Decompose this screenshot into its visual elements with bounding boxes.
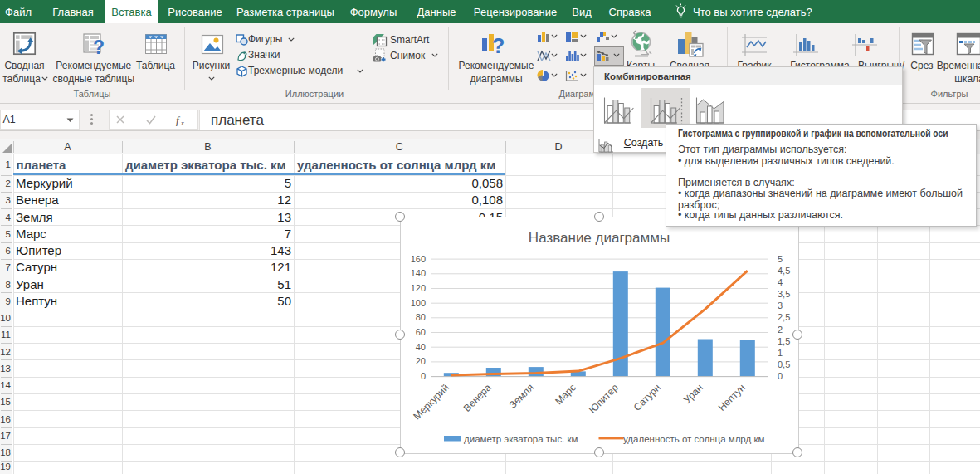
svg-text:40: 40: [416, 342, 426, 352]
svg-text:Нептун: Нептун: [716, 382, 748, 413]
svg-text:1: 1: [778, 348, 783, 358]
svg-text:x: x: [180, 119, 184, 127]
svg-text:2: 2: [778, 325, 783, 335]
svg-text:Марс: Марс: [553, 382, 578, 408]
svg-text:3,5: 3,5: [778, 289, 790, 299]
svg-text:3: 3: [778, 301, 783, 310]
svg-text:80: 80: [416, 312, 426, 322]
svg-text:Меркурий: Меркурий: [411, 382, 451, 423]
svg-text:160: 160: [411, 254, 426, 264]
svg-text:4: 4: [778, 277, 783, 287]
svg-text:Сатурн: Сатурн: [631, 382, 663, 413]
svg-text:120: 120: [411, 283, 426, 293]
svg-text:Уран: Уран: [681, 382, 705, 406]
svg-text:удаленность от солнца млрд км: удаленность от солнца млрд км: [623, 434, 764, 444]
svg-text:диаметр экватора тыс. км: диаметр экватора тыс. км: [464, 434, 578, 444]
svg-text:2,5: 2,5: [778, 312, 790, 322]
svg-text:20: 20: [416, 356, 426, 366]
svg-text:Юпитер: Юпитер: [587, 382, 621, 416]
svg-text:Земля: Земля: [507, 382, 536, 411]
svg-text:Венера: Венера: [461, 381, 494, 413]
svg-text:100: 100: [411, 298, 426, 308]
svg-text:4,5: 4,5: [778, 266, 790, 276]
svg-text:5: 5: [778, 254, 783, 264]
svg-text:0,5: 0,5: [778, 359, 790, 369]
svg-text:?: ?: [492, 34, 505, 56]
svg-text:Название диаграммы: Название диаграммы: [529, 230, 670, 246]
svg-text:?: ?: [93, 37, 105, 56]
svg-text:60: 60: [416, 327, 426, 337]
svg-text:0: 0: [778, 371, 783, 381]
svg-text:1,5: 1,5: [778, 336, 790, 346]
svg-text:140: 140: [411, 268, 426, 278]
svg-text:0: 0: [421, 371, 426, 381]
